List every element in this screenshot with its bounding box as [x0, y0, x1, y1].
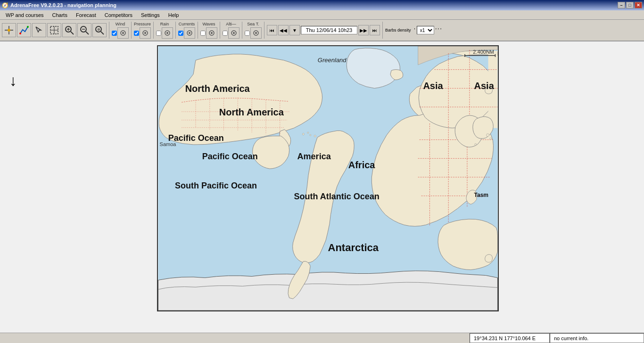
tool-waypoint[interactable] [2, 23, 16, 37]
menu-wp-courses[interactable]: WP and courses [2, 11, 48, 19]
map-container[interactable]: 2.400NM Greenland North America Asia Asi… [157, 45, 499, 311]
alti-settings-btn[interactable] [228, 27, 239, 39]
currents-group: Currents [178, 22, 195, 39]
nav-time-group: ⏮ ◀◀ ▼ Thu 12/06/14 10h23 ▶▶ ⏭ [267, 25, 380, 35]
svg-point-23 [144, 32, 146, 34]
tool-zoom-in[interactable] [62, 23, 76, 37]
minimize-button[interactable]: – [618, 2, 625, 8]
title-bar: 🧭 AdrenaFree V9.2.0.23 - navigation plan… [0, 0, 644, 10]
wind-settings-btn[interactable] [117, 27, 129, 39]
seat-group: Sea T. [245, 22, 262, 39]
app-icon: 🧭 [2, 2, 8, 8]
toolbar: ⊕ Wind Pressure Rain [0, 20, 644, 41]
svg-point-33 [255, 32, 257, 34]
currents-controls [178, 27, 195, 39]
svg-point-5 [19, 33, 21, 34]
menu-forecast[interactable]: Forecast [72, 11, 100, 19]
barbs-density-select[interactable]: x1 x2 x3 [417, 26, 434, 34]
seat-label: Sea T. [247, 22, 259, 26]
barbs-tick-3: ' [438, 27, 439, 33]
alti-group: Alti— [223, 22, 239, 39]
barbs-tick-4: ' [440, 27, 441, 33]
svg-point-64 [475, 144, 477, 146]
status-coordinates: 19°34.231 N 177°10.064 E [470, 333, 550, 343]
pressure-checkbox[interactable] [134, 31, 139, 36]
svg-point-58 [302, 133, 304, 135]
seat-controls [245, 27, 262, 39]
svg-line-11 [71, 32, 74, 34]
sep-7 [242, 22, 242, 39]
status-bar: 19°34.231 N 177°10.064 E no current info… [0, 333, 644, 343]
alti-label: Alti— [226, 22, 236, 26]
tool-select[interactable] [32, 23, 46, 37]
svg-line-18 [101, 32, 104, 34]
maximize-button[interactable]: □ [626, 2, 634, 8]
sep-1 [109, 22, 109, 39]
barbs-tick-1: ' [414, 27, 415, 33]
svg-point-6 [27, 26, 29, 28]
nav-date-display: Thu 12/06/14 10h23 [301, 26, 357, 34]
tool-route[interactable] [17, 23, 31, 37]
sep-9 [382, 22, 383, 39]
barbs-density-group: Barbs density ' x1 x2 x3 ' ' ' [385, 26, 441, 34]
sep-2 [131, 22, 132, 39]
wind-controls [112, 27, 129, 39]
svg-point-60 [310, 134, 311, 136]
svg-point-63 [490, 138, 492, 140]
waves-checkbox[interactable] [200, 31, 206, 36]
map-area[interactable]: 2.400NM Greenland North America Asia Asi… [153, 41, 644, 333]
nav-dropdown-btn[interactable]: ▼ [289, 25, 300, 35]
sep-8 [264, 22, 264, 39]
barbs-density-label: Barbs density [385, 28, 411, 33]
wind-label: Wind [116, 22, 125, 26]
nav-first-btn[interactable]: ⏮ [267, 25, 277, 35]
down-arrow-icon: ↓ [9, 72, 17, 90]
rain-checkbox[interactable] [156, 31, 161, 36]
barbs-tick-2: ' [436, 27, 437, 33]
menu-help[interactable]: Help [165, 11, 183, 19]
left-panel: ↓ [0, 41, 153, 333]
svg-point-59 [307, 132, 309, 133]
rain-settings-btn[interactable] [162, 27, 173, 39]
waves-controls [200, 27, 217, 39]
sep-6 [220, 22, 220, 39]
rain-label: Rain [160, 22, 169, 26]
menu-settings[interactable]: Settings [137, 11, 164, 19]
svg-point-61 [314, 135, 316, 137]
seat-settings-btn[interactable] [250, 27, 262, 39]
sep-4 [175, 22, 176, 39]
svg-point-0 [8, 29, 10, 32]
rain-group: Rain [156, 22, 173, 39]
tool-zoom-out[interactable] [77, 23, 91, 37]
menu-charts[interactable]: Charts [49, 11, 71, 19]
svg-text:⊕: ⊕ [97, 27, 100, 32]
svg-point-29 [211, 32, 213, 34]
currents-label: Currents [179, 22, 195, 26]
tool-cross[interactable] [47, 23, 61, 37]
nav-next-btn[interactable]: ▶▶ [358, 25, 369, 35]
alti-checkbox[interactable] [223, 31, 228, 36]
svg-point-31 [233, 32, 235, 34]
menu-bar: WP and courses Charts Forecast Competito… [0, 10, 644, 20]
seat-checkbox[interactable] [245, 31, 250, 36]
svg-line-15 [86, 32, 89, 34]
waves-label: Waves [202, 22, 215, 26]
world-map-svg [158, 46, 498, 310]
pressure-group: Pressure [134, 22, 151, 39]
nav-prev-btn[interactable]: ◀◀ [278, 25, 289, 35]
menu-competitors[interactable]: Competitors [101, 11, 136, 19]
waves-settings-btn[interactable] [206, 27, 217, 39]
currents-checkbox[interactable] [178, 31, 183, 36]
svg-point-27 [189, 32, 190, 34]
nav-last-btn[interactable]: ⏭ [370, 25, 380, 35]
rain-controls [156, 27, 173, 39]
wind-checkbox[interactable] [112, 31, 117, 36]
currents-settings-btn[interactable] [184, 27, 195, 39]
sep-5 [198, 22, 198, 39]
alti-controls [223, 27, 239, 39]
pressure-settings-btn[interactable] [140, 27, 151, 39]
svg-point-25 [166, 32, 168, 34]
title-text: 🧭 AdrenaFree V9.2.0.23 - navigation plan… [2, 2, 116, 8]
close-button[interactable]: ✕ [635, 2, 642, 8]
tool-zoom-fit[interactable]: ⊕ [92, 23, 107, 37]
